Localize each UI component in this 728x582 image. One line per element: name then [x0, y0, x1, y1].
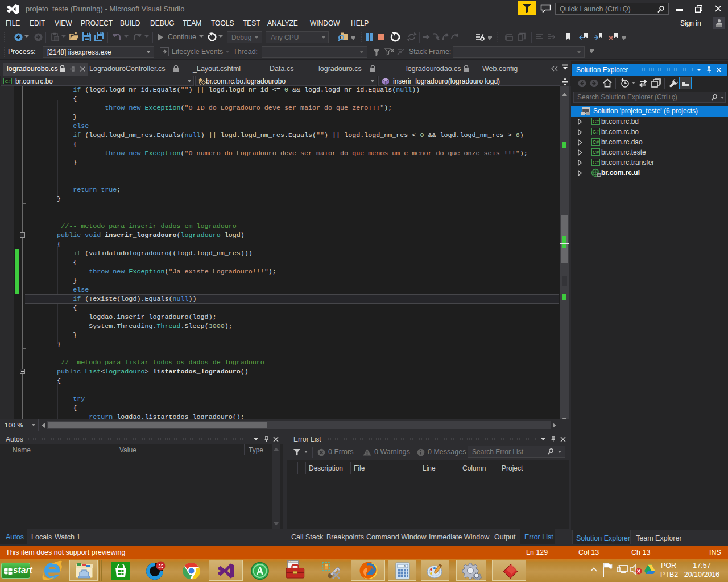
svg-text:0: 0	[404, 565, 406, 568]
